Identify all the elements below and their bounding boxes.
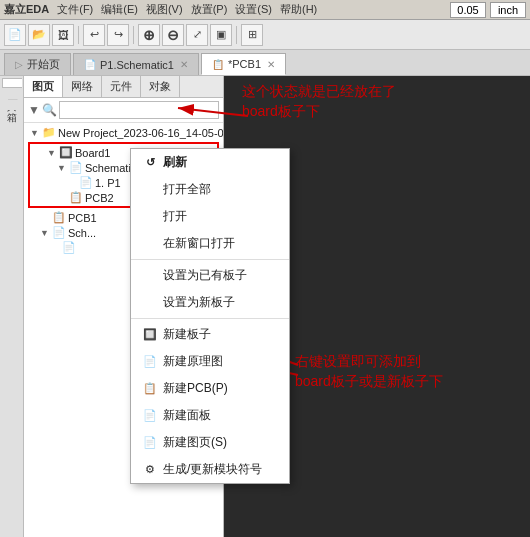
menu-item-set-new-label: 设置为新板子 bbox=[163, 294, 235, 311]
grid-value[interactable]: 0.05 bbox=[450, 2, 486, 18]
menu-help[interactable]: 帮助(H) bbox=[280, 2, 317, 17]
tree-arrow-schematic1: ▼ bbox=[57, 163, 67, 173]
tab-pcb-icon: 📋 bbox=[212, 59, 224, 70]
menu-settings[interactable]: 设置(S) bbox=[235, 2, 272, 17]
zoom-fit-button[interactable]: ⤢ bbox=[186, 24, 208, 46]
tab-pcb-label: *PCB1 bbox=[228, 58, 261, 70]
new-schematic-icon: 📄 bbox=[143, 355, 157, 369]
panel-tabs: 图页 网络 元件 对象 bbox=[24, 76, 223, 98]
menu-bar: 文件(F) 编辑(E) 视图(V) 放置(P) 设置(S) 帮助(H) bbox=[57, 2, 317, 17]
app-title: 嘉立EDA bbox=[4, 2, 49, 17]
menu-view[interactable]: 视图(V) bbox=[146, 2, 183, 17]
tab-pcb-close[interactable]: ✕ bbox=[267, 59, 275, 70]
tree-icon-p1: 📄 bbox=[79, 176, 93, 189]
left-tab-3[interactable]: 箱 bbox=[2, 100, 22, 110]
tree-icon-root: 📁 bbox=[42, 126, 56, 139]
menu-item-new-pcb[interactable]: 📋 新建PCB(P) bbox=[131, 375, 289, 402]
tree-label-p1: 1. P1 bbox=[95, 177, 121, 189]
refresh-icon: ↺ bbox=[143, 156, 157, 170]
tab-pcb[interactable]: 📋 *PCB1 ✕ bbox=[201, 53, 286, 75]
tab-bar: ▷ 开始页 📄 P1.Schematic1 ✕ 📋 *PCB1 ✕ bbox=[0, 50, 530, 76]
set-existing-icon bbox=[143, 269, 157, 283]
unit-value[interactable]: inch bbox=[490, 2, 526, 18]
menu-item-generate[interactable]: ⚙ 生成/更新模块符号 bbox=[131, 456, 289, 483]
separator-3 bbox=[236, 26, 237, 44]
filter-icon[interactable]: ▼ bbox=[28, 103, 40, 117]
left-tab-2[interactable]: 具 bbox=[2, 89, 22, 99]
menu-item-open-window[interactable]: 在新窗口打开 bbox=[131, 230, 289, 257]
separator-a bbox=[131, 259, 289, 260]
menu-item-new-board[interactable]: 🔲 新建板子 bbox=[131, 321, 289, 348]
search-icon[interactable]: 🔍 bbox=[42, 103, 57, 117]
generate-icon: ⚙ bbox=[143, 463, 157, 477]
menu-item-generate-label: 生成/更新模块符号 bbox=[163, 461, 262, 478]
menu-edit[interactable]: 编辑(E) bbox=[101, 2, 138, 17]
redo-button[interactable]: ↪ bbox=[107, 24, 129, 46]
tree-label-pcb2: PCB2 bbox=[85, 192, 114, 204]
menu-item-set-existing[interactable]: 设置为已有板子 bbox=[131, 262, 289, 289]
tree-label-board1: Board1 bbox=[75, 147, 110, 159]
main-toolbar: 📄 📂 🖼 ↩ ↪ ⊕ ⊖ ⤢ ▣ ⊞ bbox=[0, 20, 530, 50]
tree-icon-sub: 📄 bbox=[62, 241, 76, 254]
menu-item-open-label: 打开 bbox=[163, 208, 187, 225]
tab-schematic-icon: 📄 bbox=[84, 59, 96, 70]
tab-schematic[interactable]: 📄 P1.Schematic1 ✕ bbox=[73, 53, 199, 75]
left-tab-1[interactable]: 工 bbox=[2, 78, 22, 88]
menu-item-new-panel[interactable]: 📄 新建面板 bbox=[131, 402, 289, 429]
tree-item-root[interactable]: ▼ 📁 New Project_2023-06-16_14-05-03 bbox=[24, 125, 223, 140]
panel-tab-object[interactable]: 对象 bbox=[141, 76, 180, 97]
set-new-icon bbox=[143, 296, 157, 310]
separator-2 bbox=[133, 26, 134, 44]
new-pcb-icon: 📋 bbox=[143, 382, 157, 396]
open-icon bbox=[143, 210, 157, 224]
tree-label-root: New Project_2023-06-16_14-05-03 bbox=[58, 127, 223, 139]
menu-item-open-all[interactable]: 打开全部 bbox=[131, 176, 289, 203]
panel-tab-network[interactable]: 网络 bbox=[63, 76, 102, 97]
new-button[interactable]: 📄 bbox=[4, 24, 26, 46]
panel-tab-page[interactable]: 图页 bbox=[24, 76, 63, 97]
open-button[interactable]: 📂 bbox=[28, 24, 50, 46]
search-input[interactable] bbox=[59, 101, 219, 119]
menu-place[interactable]: 放置(P) bbox=[191, 2, 228, 17]
menu-item-refresh-label: 刷新 bbox=[163, 154, 187, 171]
menu-file[interactable]: 文件(F) bbox=[57, 2, 93, 17]
left-tabs: 工 具 箱 bbox=[0, 76, 24, 537]
menu-item-set-existing-label: 设置为已有板子 bbox=[163, 267, 247, 284]
zoom-in-button[interactable]: ⊕ bbox=[138, 24, 160, 46]
tab-schematic-close[interactable]: ✕ bbox=[180, 59, 188, 70]
tree-icon-board1: 🔲 bbox=[59, 146, 73, 159]
menu-item-new-schematic[interactable]: 📄 新建原理图 bbox=[131, 348, 289, 375]
zoom-out-button[interactable]: ⊖ bbox=[162, 24, 184, 46]
search-bar: ▼ 🔍 bbox=[24, 98, 223, 123]
tree-arrow-board1: ▼ bbox=[47, 148, 57, 158]
panel-tab-component[interactable]: 元件 bbox=[102, 76, 141, 97]
menu-item-new-pcb-label: 新建PCB(P) bbox=[163, 380, 228, 397]
new-board-icon: 🔲 bbox=[143, 328, 157, 342]
menu-item-set-new[interactable]: 设置为新板子 bbox=[131, 289, 289, 316]
tab-start[interactable]: ▷ 开始页 bbox=[4, 53, 71, 75]
screenshot-button[interactable]: 🖼 bbox=[52, 24, 74, 46]
tree-icon-pcb1: 📋 bbox=[52, 211, 66, 224]
tab-start-label: 开始页 bbox=[27, 57, 60, 72]
tree-icon-sch: 📄 bbox=[52, 226, 66, 239]
top-bar: 嘉立EDA 文件(F) 编辑(E) 视图(V) 放置(P) 设置(S) 帮助(H… bbox=[0, 0, 530, 20]
tree-arrow-sch: ▼ bbox=[40, 228, 50, 238]
open-all-icon bbox=[143, 183, 157, 197]
new-page-icon: 📄 bbox=[143, 436, 157, 450]
menu-item-refresh[interactable]: ↺ 刷新 bbox=[131, 149, 289, 176]
menu-item-new-page-label: 新建图页(S) bbox=[163, 434, 227, 451]
separator-b bbox=[131, 318, 289, 319]
separator-1 bbox=[78, 26, 79, 44]
tree-arrow-root: ▼ bbox=[30, 128, 40, 138]
menu-item-new-panel-label: 新建面板 bbox=[163, 407, 211, 424]
context-menu: ↺ 刷新 打开全部 打开 在新窗口打开 设置为已有板子 设置为新板子 🔲 新建板… bbox=[130, 148, 290, 484]
tree-icon-schematic1: 📄 bbox=[69, 161, 83, 174]
zoom-area-button[interactable]: ▣ bbox=[210, 24, 232, 46]
menu-item-open-window-label: 在新窗口打开 bbox=[163, 235, 235, 252]
toolbar-right: 0.05 inch bbox=[450, 2, 526, 18]
grid-button[interactable]: ⊞ bbox=[241, 24, 263, 46]
menu-item-new-page[interactable]: 📄 新建图页(S) bbox=[131, 429, 289, 456]
menu-item-open[interactable]: 打开 bbox=[131, 203, 289, 230]
open-window-icon bbox=[143, 237, 157, 251]
undo-button[interactable]: ↩ bbox=[83, 24, 105, 46]
